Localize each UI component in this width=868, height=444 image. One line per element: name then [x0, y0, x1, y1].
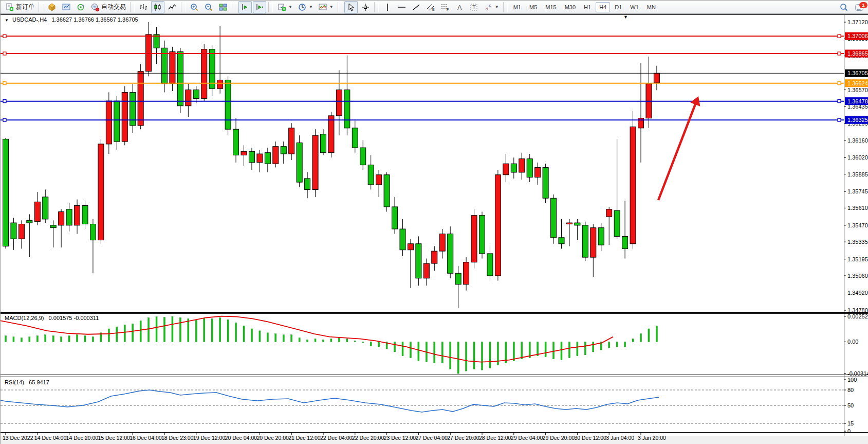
macd-bar	[68, 336, 70, 342]
macd-bar	[21, 338, 22, 342]
macd-bar	[116, 327, 118, 342]
search-icon[interactable]	[837, 1, 851, 13]
toolbar-separator	[338, 2, 342, 12]
candle-body	[233, 129, 239, 155]
date-tick-label: 3 Jan 20:00	[638, 435, 666, 441]
candle-body	[170, 51, 175, 83]
candle-body	[376, 175, 382, 185]
zoom-out-button[interactable]	[202, 1, 215, 13]
text-button[interactable]: A	[453, 1, 466, 13]
data-window-button[interactable]	[60, 1, 73, 13]
hline-handle[interactable]	[838, 82, 841, 85]
candle-body	[511, 164, 516, 172]
macd-bar	[211, 318, 213, 342]
equidistant-channel-button[interactable]: E	[424, 1, 437, 13]
fibonacci-button[interactable]: F	[438, 1, 452, 13]
candle-body	[471, 216, 477, 262]
macd-bar	[52, 336, 54, 342]
candle-body	[3, 139, 9, 246]
new-order-button[interactable]: 新订单	[3, 1, 36, 13]
macd-bar	[132, 324, 134, 342]
text-label-button[interactable]: T	[467, 1, 481, 13]
candle-body	[551, 198, 557, 238]
candle-body	[75, 206, 80, 225]
timeframe-mn-button[interactable]: MN	[643, 2, 659, 12]
timeframe-m5-button[interactable]: M5	[526, 2, 541, 12]
price-tick-label: 1.37120	[847, 19, 868, 25]
scroll-to-end-marker-icon[interactable]: ▼	[623, 14, 628, 20]
timeframe-m15-button[interactable]: M15	[542, 2, 560, 12]
hline-handle[interactable]	[838, 118, 841, 121]
tile-windows-button[interactable]	[216, 1, 230, 13]
trendline-button[interactable]	[410, 1, 423, 13]
crosshair-button[interactable]	[359, 1, 372, 13]
date-tick-label: 14 Dec 20:00	[66, 435, 99, 441]
symbol-period-label: USDCAD-,H4	[12, 16, 47, 23]
hline-handle[interactable]	[3, 82, 6, 85]
date-tick-label: 29 Dec 20:00	[543, 435, 575, 441]
candle-body	[432, 251, 437, 263]
candle-body	[305, 179, 310, 190]
horizontal-line-button[interactable]	[395, 1, 409, 13]
periods-icon	[298, 3, 307, 12]
hline-handle[interactable]	[3, 34, 6, 38]
candle-body	[281, 147, 286, 154]
arrows-button[interactable]: ▼	[482, 1, 501, 13]
bar-chart-icon	[139, 3, 148, 12]
macd-bar	[307, 340, 308, 342]
autotrading-button[interactable]: 自动交易	[88, 1, 128, 13]
chart-shift-button[interactable]	[253, 1, 266, 13]
signals-button[interactable]	[74, 1, 87, 13]
auto-scroll-button[interactable]	[238, 1, 252, 13]
line-chart-button[interactable]	[165, 1, 179, 13]
indicators-button-dropdown-arrow[interactable]: ▼	[329, 5, 334, 9]
indicators-button[interactable]: ▼	[316, 1, 336, 13]
periods-button[interactable]: ▼	[296, 1, 315, 13]
candle-body	[598, 228, 604, 245]
cursor-button[interactable]	[344, 1, 358, 13]
autotrading-button-label: 自动交易	[101, 3, 126, 11]
hline-handle[interactable]	[3, 52, 6, 55]
timeframe-h4-button[interactable]: H4	[596, 2, 610, 12]
macd-bar	[584, 342, 586, 354]
price-axis[interactable]: 1.371201.369851.368451.365701.364351.362…	[844, 19, 868, 434]
arrows-button-dropdown-arrow[interactable]: ▼	[495, 5, 499, 9]
symbol-dropdown-icon[interactable]: ▼	[5, 18, 9, 23]
market-watch-button[interactable]	[45, 1, 59, 13]
new-chart-button[interactable]: ▼	[275, 1, 294, 13]
timeframe-w1-button[interactable]: W1	[626, 2, 642, 12]
rsi-tick-label: 50	[847, 402, 854, 409]
notifications-icon[interactable]: 1	[855, 3, 865, 12]
price-tag-label: 1.36624	[847, 80, 868, 86]
line-chart-icon	[168, 3, 177, 12]
rsi-indicator-value: 65.9417	[29, 379, 49, 385]
new-chart-button-dropdown-arrow[interactable]: ▼	[288, 5, 292, 9]
hline-handle[interactable]	[3, 100, 6, 103]
hline-handle[interactable]	[838, 100, 841, 103]
timeframe-m1-button[interactable]: M1	[510, 2, 525, 12]
date-tick-label: 18 Dec 23:00	[161, 435, 194, 441]
candle-body	[630, 127, 636, 243]
crosshair-icon	[361, 3, 370, 12]
text-icon: A	[455, 3, 464, 12]
data-window-icon	[62, 3, 71, 12]
chart-background	[1, 1, 868, 444]
price-tag-label: 1.36325	[847, 117, 868, 123]
vertical-line-button[interactable]	[381, 1, 394, 13]
candle-body	[622, 236, 628, 248]
zoom-in-button[interactable]	[188, 1, 201, 13]
bar-chart-button[interactable]	[137, 1, 150, 13]
hline-handle[interactable]	[838, 52, 841, 55]
timeframe-d1-button[interactable]: D1	[611, 2, 625, 12]
periods-button-dropdown-arrow[interactable]: ▼	[309, 5, 313, 9]
timeframe-h1-button[interactable]: H1	[580, 2, 595, 12]
timeframe-m30-button[interactable]: M30	[561, 2, 579, 12]
hline-handle[interactable]	[838, 34, 841, 38]
candle-chart-button[interactable]	[151, 1, 164, 13]
macd-bar	[466, 342, 467, 371]
hline-handle[interactable]	[3, 118, 6, 121]
macd-bar	[259, 331, 261, 342]
macd-bar	[378, 342, 380, 347]
chart-symbol-header[interactable]: ▼ USDCAD-,H4 1.36627 1.36766 1.36567 1.3…	[5, 16, 138, 23]
rsi-indicator-label: RSI(14) 65.9417	[5, 379, 49, 385]
